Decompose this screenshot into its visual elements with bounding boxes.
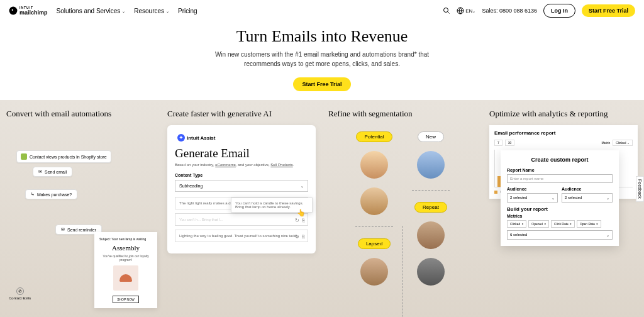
- email-body: You've qualified to join our loyalty pro…: [99, 254, 152, 262]
- language-selector[interactable]: EN⌄: [457, 7, 475, 14]
- generate-email-heading: Generate Email: [175, 147, 308, 160]
- email-subject: Subject: Your new lamp is waiting: [99, 237, 152, 241]
- mailchimp-logo[interactable]: INTUITmailchimp: [9, 6, 48, 16]
- login-button[interactable]: Log In: [543, 4, 575, 18]
- shopify-icon: [21, 153, 27, 160]
- ai-suggestion-1[interactable]: The right light really makes a differenc…: [175, 197, 308, 209]
- chart-period[interactable]: 7: [494, 140, 502, 146]
- audience-select[interactable]: 2 selected⌄: [507, 193, 558, 203]
- hero-subtitle: Win new customers with the #1 email mark…: [196, 50, 448, 69]
- report-name-label: Report Name: [507, 168, 613, 172]
- segment-tag-repeat[interactable]: Repeat: [414, 202, 447, 213]
- audience-select[interactable]: 2 selected⌄: [562, 193, 613, 203]
- custom-report-modal: Create custom report Report Name Enter a…: [501, 150, 619, 246]
- feedback-tab[interactable]: Feedback: [636, 176, 644, 202]
- metric-chip[interactable]: Open Rate ×: [577, 220, 601, 228]
- nav-resources[interactable]: Resources⌄: [134, 8, 169, 14]
- ai-card: Intuit Assist Generate Email Based on yo…: [167, 125, 316, 253]
- hero-cta-button[interactable]: Start Free Trial: [293, 77, 350, 91]
- svg-point-1: [12, 9, 13, 11]
- divider-vertical: [402, 226, 403, 317]
- start-trial-button[interactable]: Start Free Trial: [582, 4, 635, 17]
- segment-tag-lapsed[interactable]: Lapsed: [358, 238, 391, 249]
- lamp-image: [113, 265, 138, 291]
- nav-solutions[interactable]: Solutions and Services⌄: [57, 8, 126, 14]
- avatar: [360, 258, 388, 286]
- ai-description: Based on your industry, eCommerce, and y…: [175, 163, 308, 167]
- suggestion-tooltip: You can't hold a candle to these savings…: [231, 197, 313, 213]
- metric-chip[interactable]: Click Rate ×: [551, 220, 575, 228]
- segment-tag-new[interactable]: New: [418, 131, 444, 142]
- cursor-icon: 👆: [297, 209, 306, 217]
- avatar: [360, 151, 388, 179]
- feature-title-ai: Create faster with generative AI: [167, 109, 316, 119]
- chevron-down-icon: ⌄: [122, 9, 125, 13]
- intuit-assist-badge: Intuit Assist: [175, 133, 218, 143]
- content-type-label: Content Type: [175, 173, 308, 177]
- ai-suggestion-2[interactable]: You can't h... Bring that l...↻⎘: [175, 213, 308, 226]
- flow-node-send-email: ✉Send email: [33, 167, 72, 177]
- metric-chip[interactable]: Clicked ×: [507, 220, 526, 228]
- refresh-icon[interactable]: ↻: [295, 218, 299, 223]
- ai-suggestion-3[interactable]: Lighting the way to feeling good. Treat …: [175, 230, 308, 242]
- email-preview-card: Subject: Your new lamp is waiting Assemb…: [94, 232, 157, 308]
- search-icon[interactable]: [443, 7, 450, 14]
- metrics-chips: Clicked × Opened × Click Rate × Open Rat…: [507, 220, 613, 228]
- svg-point-2: [444, 8, 448, 13]
- chart-period[interactable]: 30: [505, 140, 515, 146]
- mail-icon: ✉: [61, 227, 65, 232]
- report-name-input[interactable]: Enter a report name: [507, 174, 613, 183]
- build-report-label: Build your report: [507, 206, 613, 212]
- hero-title: Turn Emails into Revenue: [0, 27, 644, 46]
- mail-icon: ✉: [38, 169, 42, 174]
- chart-metric-select[interactable]: Clicked ⌄: [613, 140, 633, 146]
- flow-node-shopify: Contact views products in Shopify store: [16, 150, 111, 163]
- nav-pricing[interactable]: Pricing: [178, 8, 197, 14]
- divider-horizontal: [355, 226, 393, 227]
- avatar: [417, 151, 445, 179]
- content-type-select[interactable]: Subheading⌄: [175, 180, 308, 192]
- feature-title-automations: Convert with email automations: [6, 109, 155, 119]
- email-title: Assembly: [99, 244, 152, 252]
- copy-icon[interactable]: ⎘: [302, 218, 305, 223]
- divider-horizontal: [412, 190, 450, 191]
- brand-name: mailchimp: [19, 9, 48, 16]
- metrics-count-select[interactable]: 6 selected⌄: [507, 230, 613, 240]
- metrics-label: Metrics: [507, 214, 613, 218]
- chart-controls: 7 30 Metric Clicked ⌄: [494, 140, 633, 146]
- branch-icon: ↳: [31, 192, 35, 197]
- segment-tag-potential[interactable]: Potential: [356, 131, 392, 142]
- chevron-down-icon: ⌄: [301, 184, 304, 188]
- custom-report-title: Create custom report: [507, 157, 613, 163]
- flow-exit: ⊘Contact Exits: [9, 287, 31, 300]
- avatar: [360, 187, 388, 215]
- refresh-icon[interactable]: ↻: [295, 234, 299, 240]
- avatar: [417, 258, 445, 286]
- copy-icon[interactable]: ⎘: [302, 234, 305, 240]
- sales-phone: Sales: 0800 088 6136: [482, 8, 537, 14]
- feature-title-segmentation: Refine with segmentation: [328, 109, 477, 119]
- avatar: [417, 221, 445, 249]
- shop-now-button[interactable]: SHOP NOW: [113, 296, 139, 303]
- exit-icon: ⊘: [16, 287, 24, 295]
- audience-label: Audience: [507, 187, 558, 191]
- report-title: Email performance report: [494, 130, 633, 136]
- audience-label: Audience: [562, 187, 613, 191]
- chevron-down-icon: ⌄: [166, 9, 169, 13]
- svg-line-3: [448, 12, 450, 14]
- metric-chip[interactable]: Opened ×: [528, 220, 549, 228]
- feature-title-analytics: Optimize with analytics & reporting: [489, 109, 638, 119]
- svg-point-0: [9, 7, 18, 15]
- flow-node-purchase: ↳Makes purchase?: [25, 189, 77, 199]
